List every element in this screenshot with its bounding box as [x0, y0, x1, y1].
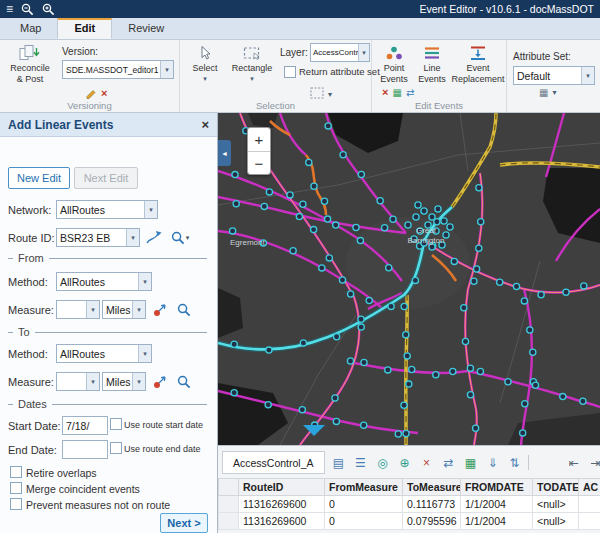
- event-point[interactable]: [385, 367, 391, 373]
- event-point[interactable]: [311, 183, 317, 189]
- return-attribute-set-checkbox[interactable]: [284, 66, 296, 78]
- column-header-frommeasure[interactable]: FromMeasure: [325, 479, 403, 496]
- event-point[interactable]: [361, 422, 367, 428]
- event-point[interactable]: [462, 338, 468, 344]
- zoom-in-tool-icon[interactable]: [42, 3, 55, 16]
- event-point[interactable]: [461, 305, 467, 311]
- event-point[interactable]: [334, 334, 340, 340]
- selection-tools-caret-icon[interactable]: ▾: [328, 90, 332, 99]
- event-point[interactable]: [347, 358, 353, 364]
- sort-records-icon[interactable]: ⇅: [506, 454, 523, 471]
- row-selector-cell[interactable]: [219, 513, 239, 530]
- event-point[interactable]: [530, 349, 536, 355]
- next-page-icon[interactable]: ⇥: [587, 454, 600, 471]
- event-replacement-button[interactable]: Event Replacement: [452, 43, 504, 86]
- event-point[interactable]: [348, 291, 354, 297]
- version-combo[interactable]: SDE.MASSDOT_editor1 ▾: [62, 60, 174, 79]
- network-combo[interactable]: AllRoutes ▾: [56, 200, 158, 219]
- event-point[interactable]: [353, 224, 359, 230]
- event-point[interactable]: [339, 277, 345, 283]
- event-point[interactable]: [357, 238, 363, 244]
- event-point[interactable]: [299, 407, 305, 413]
- event-point[interactable]: [261, 203, 267, 209]
- event-point[interactable]: [409, 366, 415, 372]
- event-point[interactable]: [321, 198, 327, 204]
- to-method-combo[interactable]: AllRoutes ▾: [56, 344, 152, 363]
- collapse-table-panel-button[interactable]: [303, 425, 325, 436]
- event-point[interactable]: [361, 359, 367, 365]
- pan-to-selected-icon[interactable]: ⊕: [396, 454, 413, 471]
- table-row[interactable]: 1131626960000.07955961/1/2004<null>: [219, 513, 600, 530]
- event-point[interactable]: [401, 303, 407, 309]
- attribute-set-combo[interactable]: Default ▾: [513, 66, 595, 85]
- table-row[interactable]: 1131626960000.11167731/1/2004<null>: [219, 496, 600, 513]
- event-point[interactable]: [478, 219, 484, 225]
- event-point[interactable]: [232, 172, 238, 178]
- event-point[interactable]: [521, 298, 527, 304]
- event-point[interactable]: [358, 316, 364, 322]
- event-point[interactable]: [404, 353, 410, 359]
- from-unit-combo[interactable]: Miles ▾: [102, 300, 146, 319]
- next-edit-button[interactable]: Next Edit: [74, 167, 138, 189]
- point-events-button[interactable]: Point Events: [376, 43, 412, 86]
- line-events-button[interactable]: Line Events: [414, 43, 450, 86]
- merge-coincident-checkbox[interactable]: [10, 482, 22, 494]
- event-point[interactable]: [467, 365, 473, 371]
- event-point[interactable]: [505, 379, 511, 385]
- event-point[interactable]: [300, 340, 306, 346]
- select-all-icon[interactable]: ▦: [462, 454, 479, 471]
- rectangle-select-button[interactable]: Rectangle ▾: [228, 43, 276, 86]
- zoom-to-route-icon[interactable]: ▾: [167, 228, 193, 248]
- event-point[interactable]: [377, 198, 383, 204]
- event-point[interactable]: [358, 171, 364, 177]
- end-date-input[interactable]: [62, 440, 108, 459]
- event-point[interactable]: [325, 123, 331, 129]
- event-point[interactable]: [266, 189, 272, 195]
- event-point[interactable]: [412, 277, 418, 283]
- close-panel-icon[interactable]: ×: [201, 117, 209, 132]
- event-point[interactable]: [333, 418, 339, 424]
- column-header-ac[interactable]: AC: [579, 479, 600, 496]
- event-point[interactable]: [231, 390, 237, 396]
- tab-map[interactable]: Map: [4, 18, 57, 39]
- from-measure-combo[interactable]: ▾: [56, 300, 100, 319]
- event-point[interactable]: [560, 394, 566, 400]
- column-header-routeid[interactable]: RouteID: [239, 479, 325, 496]
- start-date-input[interactable]: 7/18/: [62, 416, 108, 435]
- event-point[interactable]: [332, 395, 338, 401]
- use-route-end-checkbox[interactable]: [110, 442, 122, 454]
- edit-version-icon[interactable]: [84, 86, 97, 101]
- event-point[interactable]: [306, 159, 312, 165]
- event-point[interactable]: [497, 279, 503, 285]
- select-to-measure-on-map-icon[interactable]: [150, 372, 170, 392]
- column-header-tomeasure[interactable]: ToMeasure: [403, 479, 461, 496]
- show-all-records-icon[interactable]: ☰: [352, 454, 369, 471]
- event-point[interactable]: [388, 303, 394, 309]
- event-point[interactable]: [386, 265, 392, 271]
- event-point[interactable]: [319, 265, 325, 271]
- event-point[interactable]: [233, 201, 239, 207]
- event-point[interactable]: [290, 248, 296, 254]
- event-point[interactable]: [476, 245, 482, 251]
- tab-review[interactable]: Review: [112, 18, 180, 39]
- event-point[interactable]: [326, 255, 332, 261]
- event-point[interactable]: [333, 222, 339, 228]
- select-button[interactable]: Select ▾: [184, 43, 226, 86]
- event-point[interactable]: [471, 278, 477, 284]
- zoom-out-button[interactable]: −: [248, 151, 270, 174]
- event-point[interactable]: [403, 332, 409, 338]
- event-point[interactable]: [527, 327, 533, 333]
- event-point[interactable]: [266, 347, 272, 353]
- event-point[interactable]: [300, 201, 306, 207]
- switch-selection-icon[interactable]: ⇄: [440, 454, 457, 471]
- event-point[interactable]: [581, 283, 587, 289]
- prevent-measures-checkbox[interactable]: [10, 498, 22, 510]
- select-route-on-map-icon[interactable]: [144, 228, 164, 248]
- event-point[interactable]: [230, 228, 236, 234]
- route-id-combo[interactable]: BSR23 EB ▾: [56, 228, 140, 247]
- event-point[interactable]: [522, 401, 528, 407]
- layer-combo[interactable]: AccessControl_A ▾: [310, 43, 370, 62]
- retire-overlaps-checkbox[interactable]: [10, 466, 22, 478]
- to-measure-combo[interactable]: ▾: [56, 372, 100, 391]
- map-canvas[interactable]: Egremont Great Barrington: [218, 113, 600, 445]
